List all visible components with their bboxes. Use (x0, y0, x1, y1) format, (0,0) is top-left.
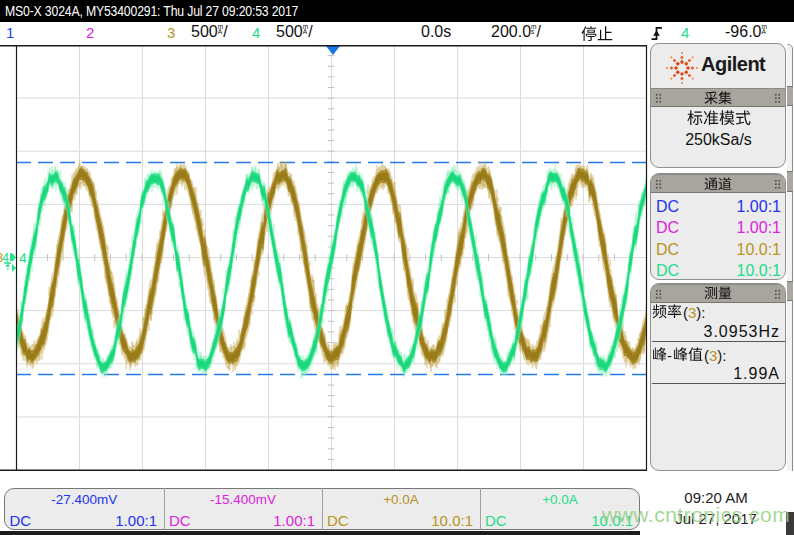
svg-text:4: 4 (19, 250, 27, 266)
